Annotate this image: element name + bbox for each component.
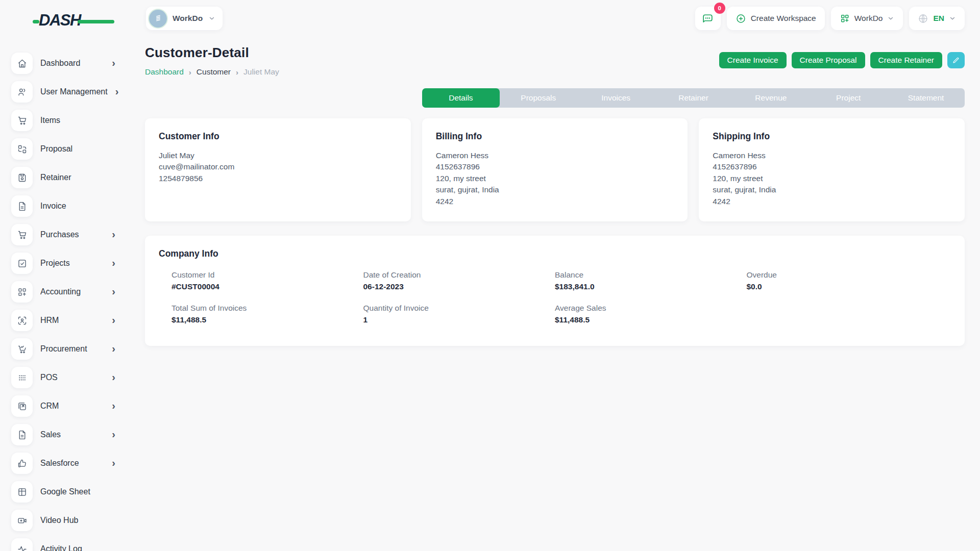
language-label: EN <box>933 14 944 23</box>
users-icon <box>11 81 33 103</box>
tab-invoices[interactable]: Invoices <box>577 88 655 108</box>
chevron-right-icon: › <box>112 315 115 325</box>
shipping-name: Cameron Hess <box>713 150 951 161</box>
field-label: Quantity of Invoice <box>363 304 555 313</box>
sidebar-item-label: Retainer <box>40 173 71 182</box>
field-average-sales: Average Sales $11,488.5 <box>555 304 747 324</box>
sidebar-item-accounting[interactable]: Accounting › <box>11 281 129 303</box>
sidebar-item-label: Google Sheet <box>40 487 90 496</box>
breadcrumb-separator: › <box>189 68 191 77</box>
tab-statement[interactable]: Statement <box>887 88 965 108</box>
plus-circle-icon <box>736 13 746 24</box>
card-title: Billing Info <box>436 131 674 142</box>
billing-info-card: Billing Info Cameron Hess 4152637896 120… <box>422 118 688 221</box>
logo-dash-accent <box>33 20 39 23</box>
sidebar-item-dashboard[interactable]: Dashboard › <box>11 53 129 74</box>
sidebar: DASH Dashboard › User Management › Items… <box>0 0 129 551</box>
field-total-sum-of-invoices: Total Sum of Invoices $11,488.5 <box>172 304 363 324</box>
tab-details[interactable]: Details <box>422 88 500 108</box>
checkbox-icon <box>11 253 33 274</box>
chevron-down-icon <box>887 15 894 22</box>
create-workspace-button[interactable]: Create Workspace <box>727 7 825 30</box>
chevron-right-icon: › <box>115 86 119 96</box>
breadcrumb-customer[interactable]: Customer <box>197 67 231 77</box>
workdo-apps-label: WorkDo <box>854 14 883 23</box>
sidebar-item-purchases[interactable]: Purchases › <box>11 224 129 245</box>
workspace-switcher[interactable]: WorkDo <box>146 7 223 30</box>
breadcrumb-current: Juliet May <box>243 67 279 77</box>
sidebar-nav: Dashboard › User Management › Items Prop… <box>11 53 129 551</box>
customer-name: Juliet May <box>159 150 397 161</box>
sidebar-item-video-hub[interactable]: Video Hub <box>11 510 129 531</box>
globe-icon <box>918 13 928 24</box>
video-camera-icon <box>11 510 33 531</box>
floppy-icon <box>11 167 33 188</box>
cart-icon <box>11 224 33 245</box>
sidebar-item-proposal[interactable]: Proposal <box>11 138 129 160</box>
topbar: WorkDo 0 Create Workspace WorkDo EN <box>129 0 980 37</box>
sidebar-item-label: User Management <box>40 87 108 96</box>
tab-retainer[interactable]: Retainer <box>655 88 732 108</box>
chevron-right-icon: › <box>112 400 115 411</box>
field-value: $183,841.0 <box>555 282 747 291</box>
tab-revenue[interactable]: Revenue <box>732 88 810 108</box>
chevron-down-icon <box>208 15 215 22</box>
info-cards-row: Customer Info Juliet May cuve@mailinator… <box>145 118 965 221</box>
field-value: $0.0 <box>747 282 939 291</box>
sidebar-item-google-sheet[interactable]: Google Sheet <box>11 481 129 503</box>
create-invoice-button[interactable]: Create Invoice <box>719 52 787 68</box>
sidebar-item-projects[interactable]: Projects › <box>11 253 129 274</box>
chevron-down-icon <box>949 15 956 22</box>
company-info-card: Company Info Customer Id #CUST00004 Date… <box>145 236 965 346</box>
customer-phone: 1254879856 <box>159 173 397 184</box>
sidebar-item-crm[interactable]: CRM › <box>11 395 129 417</box>
sidebar-item-activity-log[interactable]: Activity Log <box>11 538 129 551</box>
edit-customer-button[interactable] <box>947 52 965 68</box>
detail-tabs: Details Proposals Invoices Retainer Reve… <box>422 88 965 108</box>
create-proposal-button[interactable]: Create Proposal <box>792 52 865 68</box>
page-title: Customer-Detail <box>145 45 279 61</box>
sidebar-item-salesforce[interactable]: Salesforce › <box>11 453 129 474</box>
messages-button[interactable]: 0 <box>695 7 721 30</box>
sidebar-item-invoice[interactable]: Invoice <box>11 195 129 217</box>
sidebar-item-label: HRM <box>40 316 59 325</box>
sidebar-item-pos[interactable]: POS › <box>11 367 129 388</box>
sidebar-item-items[interactable]: Items <box>11 110 129 131</box>
field-date-of-creation: Date of Creation 06-12-2023 <box>363 270 555 291</box>
company-info-grid: Customer Id #CUST00004 Date of Creation … <box>159 267 951 324</box>
thumbs-up-icon <box>11 453 33 474</box>
brand-name: DASH <box>39 11 81 29</box>
messages-badge: 0 <box>714 3 725 14</box>
transfer-icon <box>11 138 33 160</box>
sidebar-item-retainer[interactable]: Retainer <box>11 167 129 188</box>
create-retainer-button[interactable]: Create Retainer <box>870 52 942 68</box>
tab-project[interactable]: Project <box>810 88 887 108</box>
sidebar-item-sales[interactable]: Sales › <box>11 424 129 445</box>
sidebar-item-hrm[interactable]: HRM › <box>11 310 129 331</box>
table-icon <box>11 481 33 503</box>
billing-name: Cameron Hess <box>436 150 674 161</box>
language-selector[interactable]: EN <box>909 7 965 30</box>
sidebar-item-label: Salesforce <box>40 459 79 468</box>
chevron-right-icon: › <box>112 286 115 296</box>
card-title: Shipping Info <box>713 131 951 142</box>
workspace-avatar <box>149 10 167 28</box>
field-empty <box>747 304 939 324</box>
file-text-icon <box>11 195 33 217</box>
workdo-apps-button[interactable]: WorkDo <box>831 7 903 30</box>
activity-pulse-icon <box>11 538 33 551</box>
field-quantity-of-invoice: Quantity of Invoice 1 <box>363 304 555 324</box>
breadcrumb-dashboard-link[interactable]: Dashboard <box>145 67 184 77</box>
field-balance: Balance $183,841.0 <box>555 270 747 291</box>
field-label: Total Sum of Invoices <box>172 304 363 313</box>
shipping-zip: 4242 <box>713 196 951 207</box>
sidebar-item-label: Proposal <box>40 144 72 154</box>
billing-city: surat, gujrat, India <box>436 184 674 195</box>
tab-proposals[interactable]: Proposals <box>500 88 577 108</box>
shipping-info-card: Shipping Info Cameron Hess 4152637896 12… <box>699 118 965 221</box>
sidebar-item-procurement[interactable]: Procurement › <box>11 338 129 360</box>
brand-logo[interactable]: DASH <box>33 11 109 32</box>
sidebar-item-user-management[interactable]: User Management › <box>11 81 129 103</box>
shipping-street: 120, my street <box>713 173 951 184</box>
workspace-name: WorkDo <box>173 14 203 23</box>
